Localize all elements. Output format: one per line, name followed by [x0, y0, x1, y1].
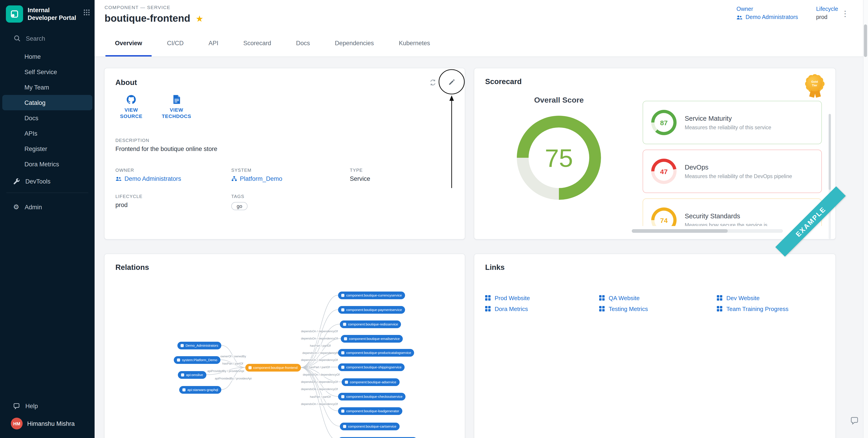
- score-list-scrollbar: [829, 114, 831, 239]
- owner-field: OWNER Demo Administrators: [115, 167, 231, 182]
- entity-icon: [343, 425, 346, 428]
- graph-node-demo-administrators[interactable]: Demo_Administrators: [177, 341, 221, 349]
- entity-icon: [341, 409, 344, 412]
- entity-icon: [182, 388, 186, 391]
- people-icon: [737, 15, 743, 20]
- sidebar-item-register[interactable]: Register: [2, 141, 92, 157]
- scrollbar-thumb[interactable]: [632, 229, 728, 233]
- tab-ci-cd[interactable]: CI/CD: [157, 30, 193, 57]
- header-lifecycle-block: Lifecycle prod: [816, 6, 838, 20]
- tab-overview[interactable]: Overview: [105, 30, 152, 57]
- github-icon: [127, 95, 136, 104]
- about-title: About: [115, 78, 454, 87]
- link-prod-website[interactable]: Prod Website: [485, 294, 599, 302]
- owner-entity-link[interactable]: Demo Administrators: [115, 175, 231, 182]
- sidebar-item-home[interactable]: Home: [2, 49, 92, 64]
- system-field: SYSTEM Platform_Demo: [231, 167, 350, 182]
- entity-icon: [341, 366, 344, 369]
- graph-node-component-boutique-cartservice[interactable]: component:boutique-cartservice: [340, 423, 399, 430]
- sidebar-item-devtools[interactable]: DevTools: [0, 174, 95, 189]
- graph-node-component-boutique-currencyservice[interactable]: component:boutique-currencyservice: [338, 291, 405, 299]
- entity-icon: [341, 294, 344, 297]
- entity-icon: [345, 380, 348, 383]
- graph-node-api-omslive[interactable]: api:omslive: [178, 371, 206, 378]
- score-item-devops[interactable]: 47DevOpsMeasures the reliability of the …: [643, 149, 822, 193]
- sidebar-divider: [6, 193, 88, 193]
- tab-bar: OverviewCI/CDAPIScorecardDocsDependencie…: [95, 30, 868, 57]
- system-entity-link[interactable]: Platform_Demo: [231, 175, 350, 182]
- sidebar-item-help[interactable]: Help: [0, 398, 95, 413]
- sidebar-item-my-team[interactable]: My Team: [2, 79, 92, 95]
- link-dora-metrics[interactable]: Dora Metrics: [485, 305, 599, 312]
- graph-node-component-boutique-adservice[interactable]: component:boutique-adservice: [342, 378, 399, 386]
- graph-node-component-boutique-paymentservice[interactable]: component:boutique-paymentservice: [338, 306, 405, 313]
- sidebar-item-docs[interactable]: Docs: [2, 110, 92, 126]
- graph-node-component-boutique-productcatalogservice[interactable]: component:boutique-productcatalogservice: [338, 349, 414, 357]
- tag-chip[interactable]: go: [231, 202, 248, 210]
- link-grid-icon: [485, 306, 491, 311]
- scrollbar-thumb[interactable]: [864, 25, 867, 57]
- portal-title: Internal Developer Portal: [28, 5, 78, 22]
- graph-node-component-boutique-redisservice[interactable]: component:boutique-redisservice: [340, 320, 401, 328]
- refresh-button[interactable]: [425, 75, 440, 90]
- scrollbar-thumb[interactable]: [829, 114, 831, 190]
- sidebar-item-apis[interactable]: APIs: [2, 126, 92, 141]
- entity-icon: [181, 373, 184, 376]
- tab-docs[interactable]: Docs: [286, 30, 319, 57]
- graph-node-system-platform-demo[interactable]: system:Platform_Demo: [174, 356, 220, 364]
- sidebar-nav: HomeSelf ServiceMy TeamCatalogDocsAPIsRe…: [0, 49, 95, 172]
- score-description: Measures the reliability of the DevOps p…: [685, 174, 792, 179]
- sidebar-item-catalog[interactable]: Catalog: [2, 95, 92, 110]
- owner-link[interactable]: Demo Administrators: [737, 14, 798, 20]
- lifecycle-value: prod: [816, 14, 838, 20]
- tab-kubernetes[interactable]: Kubernetes: [389, 30, 439, 57]
- graph-node-api-starwars-graphql[interactable]: api:starwars-graphql: [179, 386, 221, 394]
- graph-node-component-boutique-checkoutservice[interactable]: component:boutique-checkoutservice: [338, 393, 406, 400]
- description-value: Frontend for the boutique online store: [115, 145, 454, 152]
- link-testing-metrics[interactable]: Testing Metrics: [599, 305, 717, 312]
- lifecycle-label[interactable]: Lifecycle: [816, 6, 838, 12]
- apps-grid-icon[interactable]: [83, 9, 90, 18]
- user-menu[interactable]: HM Himanshu Mishra: [0, 413, 95, 434]
- sidebar-item-admin[interactable]: ⚙ Admin: [0, 199, 95, 215]
- chat-bubble-icon[interactable]: [850, 416, 859, 427]
- link-team-training-progress[interactable]: Team Training Progress: [717, 305, 825, 312]
- sidebar-footer: Help HM Himanshu Mishra: [0, 398, 95, 438]
- more-options-icon[interactable]: ⋮: [841, 9, 849, 18]
- scorecard-title: Scorecard: [485, 77, 825, 86]
- favorite-star-icon[interactable]: ★: [196, 14, 204, 23]
- sidebar-item-self-service[interactable]: Self Service: [2, 64, 92, 79]
- tab-scorecard[interactable]: Scorecard: [234, 30, 281, 57]
- entity-icon: [177, 358, 180, 361]
- relations-graph: Demo_Administratorssystem:Platform_Demoa…: [104, 254, 465, 438]
- overall-score-value: 75: [545, 143, 573, 172]
- edit-button[interactable]: [444, 75, 459, 90]
- lifecycle-field: LIFECYCLE prod: [115, 194, 231, 210]
- sidebar-search[interactable]: Search: [0, 31, 95, 46]
- graph-node-component-boutique-shippingservice[interactable]: component:boutique-shippingservice: [338, 363, 405, 371]
- view-techdocs-link[interactable]: VIEW TECHDOCS: [161, 95, 192, 120]
- sidebar-item-dora-metrics[interactable]: Dora Metrics: [2, 157, 92, 172]
- search-icon: [13, 35, 21, 42]
- link-qa-website[interactable]: QA Website: [599, 294, 717, 302]
- owner-label[interactable]: Owner: [737, 6, 798, 12]
- graph-node-component-boutique-loadgenerator[interactable]: component:boutique-loadgenerator: [338, 407, 402, 415]
- sidebar-item-label: Help: [25, 403, 38, 409]
- links-title: Links: [485, 263, 825, 272]
- graph-node-component-boutique-recommendationservice[interactable]: component:boutique-recommendationservice: [338, 437, 417, 438]
- tab-api[interactable]: API: [199, 30, 228, 57]
- avatar: HM: [11, 418, 23, 429]
- view-source-link[interactable]: VIEW SOURCE: [115, 95, 147, 120]
- graph-node-component-boutique-emailservice[interactable]: component:boutique-emailservice: [341, 335, 403, 342]
- score-item-security-standards[interactable]: 74Security StandardsMeasures how secure …: [643, 198, 822, 226]
- score-item-service-maturity[interactable]: 87Service MaturityMeasures the reliabili…: [643, 101, 822, 144]
- tab-dependencies[interactable]: Dependencies: [326, 30, 383, 57]
- link-grid-icon: [599, 295, 604, 301]
- score-list-hscrollbar: [632, 229, 783, 233]
- score-value: 47: [660, 167, 668, 175]
- graph-node-component-boutique-frontend[interactable]: component:boutique-frontend: [245, 364, 301, 371]
- link-dev-website[interactable]: Dev Website: [717, 294, 825, 302]
- sidebar: Internal Developer Portal Search Home: [0, 0, 95, 438]
- overall-score-label: Overall Score: [534, 96, 584, 105]
- score-value: 87: [660, 119, 668, 126]
